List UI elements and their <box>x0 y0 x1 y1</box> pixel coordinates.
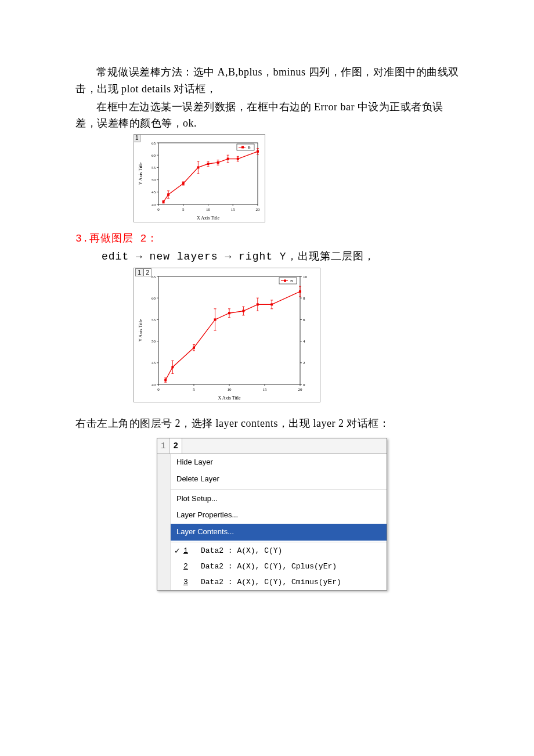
svg-text:Y Axis Title: Y Axis Title <box>138 162 143 185</box>
menu-item-layer-properties[interactable]: Layer Properties... <box>171 507 387 524</box>
menu-item-hide-layer[interactable]: Hide Layer <box>171 454 387 471</box>
menu-gutter <box>157 454 171 590</box>
svg-rect-104 <box>284 279 286 282</box>
svg-rect-0 <box>158 143 258 204</box>
menu-items-list: Hide LayerDelete LayerPlot Setup...Layer… <box>171 454 387 590</box>
svg-text:55: 55 <box>151 318 156 322</box>
svg-text:B: B <box>248 145 251 150</box>
svg-text:60: 60 <box>151 296 156 300</box>
svg-rect-113 <box>171 366 174 368</box>
context-menu-dialog: 1 2 Hide LayerDelete LayerPlot Setup...L… <box>157 438 387 591</box>
svg-rect-36 <box>167 193 169 196</box>
svg-text:10: 10 <box>303 274 308 279</box>
menu-item-layer-contents[interactable]: Layer Contents... <box>171 524 387 541</box>
svg-text:4: 4 <box>303 339 305 344</box>
menu-item-plot-setup[interactable]: Plot Setup... <box>171 491 387 507</box>
svg-text:X Axis Title: X Axis Title <box>218 395 241 401</box>
svg-text:Y Axis Title: Y Axis Title <box>138 319 143 341</box>
chart-layer2: 1 2 051015204045505560650246810X Axis Ti… <box>134 268 320 402</box>
svg-text:15: 15 <box>231 207 236 212</box>
menu-data-index: 2 <box>183 561 195 573</box>
svg-text:6: 6 <box>303 318 305 322</box>
svg-rect-40 <box>182 182 185 185</box>
heading-layer2: 3.再做图层 2： <box>75 231 464 247</box>
menu-header-tab-1[interactable]: 1 <box>157 438 169 453</box>
menu-data-index: 1 <box>183 545 195 557</box>
svg-text:0: 0 <box>157 387 160 392</box>
svg-text:10: 10 <box>228 387 232 392</box>
svg-text:20: 20 <box>256 207 261 212</box>
paragraph-new-layer-path: edit → new layers → right Y，出现第二层图， <box>75 249 464 265</box>
svg-rect-27 <box>241 146 244 149</box>
menu-data-label: Data2 : A(X), C(Y), Cminus(yEr) <box>195 577 341 589</box>
svg-rect-52 <box>217 161 219 164</box>
svg-rect-117 <box>193 347 195 349</box>
svg-rect-129 <box>242 309 244 312</box>
svg-rect-32 <box>163 201 165 203</box>
menu-data-item-2[interactable]: 2Data2 : A(X), C(Y), Cplus(yEr) <box>171 559 387 575</box>
svg-text:5: 5 <box>193 387 195 392</box>
svg-text:40: 40 <box>151 382 156 387</box>
svg-text:2: 2 <box>303 361 305 365</box>
svg-rect-64 <box>257 150 259 153</box>
menu-data-label: Data2 : A(X), C(Y) <box>195 545 282 557</box>
svg-rect-121 <box>214 318 217 321</box>
svg-rect-109 <box>164 379 167 381</box>
svg-text:55: 55 <box>151 165 156 170</box>
svg-rect-48 <box>207 163 210 165</box>
svg-text:50: 50 <box>151 339 156 344</box>
menu-data-index: 3 <box>183 577 195 589</box>
svg-text:5: 5 <box>182 207 185 212</box>
svg-rect-44 <box>197 167 199 169</box>
menu-item-delete-layer[interactable]: Delete Layer <box>171 471 387 488</box>
svg-text:10: 10 <box>206 207 211 212</box>
menu-data-item-1[interactable]: ✓1Data2 : A(X), C(Y) <box>171 543 387 559</box>
menu-data-label: Data2 : A(X), C(Y), Cplus(yEr) <box>195 561 337 573</box>
svg-text:45: 45 <box>151 361 156 365</box>
svg-rect-65 <box>158 276 300 384</box>
svg-text:X Axis Title: X Axis Title <box>197 215 220 221</box>
svg-text:20: 20 <box>298 387 303 392</box>
menu-header-tab-2[interactable]: 2 <box>169 438 182 453</box>
layer-tab-1: 1 <box>134 135 140 142</box>
svg-rect-137 <box>270 303 273 305</box>
svg-rect-56 <box>227 158 229 160</box>
svg-text:65: 65 <box>151 141 156 146</box>
layer-tab-2-active: 2 <box>143 268 151 276</box>
svg-text:8: 8 <box>303 296 305 300</box>
svg-text:50: 50 <box>151 178 156 182</box>
menu-data-item-3[interactable]: 3Data2 : A(X), C(Y), Cminus(yEr) <box>171 575 387 591</box>
paragraph-error-setting: 在框中左边选某一误差列数据，在框中右边的 Error bar 中设为正或者负误差… <box>75 99 464 132</box>
svg-rect-141 <box>299 290 301 293</box>
svg-text:60: 60 <box>151 153 156 158</box>
menu-header: 1 2 <box>157 438 387 454</box>
layer-tabs-group: 1 2 <box>134 268 153 276</box>
layer-tab-1-inactive: 1 <box>135 268 143 276</box>
svg-text:B: B <box>290 279 293 283</box>
svg-rect-133 <box>257 303 259 305</box>
svg-text:45: 45 <box>151 190 156 195</box>
svg-rect-60 <box>237 158 239 160</box>
chart-layer1: 1 05101520404550556065X Axis TitleY Axis… <box>134 134 265 222</box>
check-icon: ✓ <box>171 545 183 557</box>
menu-separator <box>171 542 387 542</box>
paragraph-method-intro: 常规做误差棒方法：选中 A,B,bplus，bminus 四列，作图，对准图中的… <box>75 64 464 98</box>
svg-text:15: 15 <box>263 387 268 392</box>
paragraph-rightclick-layer: 右击左上角的图层号 2，选择 layer contents，出现 layer 2… <box>75 415 464 432</box>
menu-separator <box>171 489 387 489</box>
svg-text:0: 0 <box>303 382 305 387</box>
svg-text:40: 40 <box>151 203 156 207</box>
svg-text:0: 0 <box>157 207 160 212</box>
svg-rect-125 <box>228 312 230 314</box>
